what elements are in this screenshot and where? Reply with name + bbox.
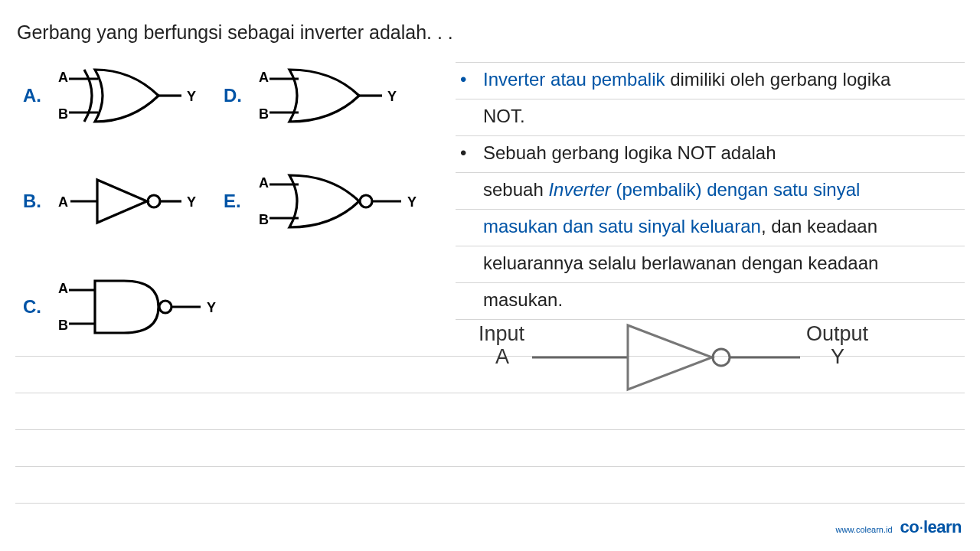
option-a-label: A. <box>23 85 46 106</box>
nor-gate-icon: A B Y <box>256 171 424 232</box>
footer: www.colearn.id co·learn <box>836 517 962 537</box>
svg-text:Y: Y <box>387 89 397 104</box>
option-a: A. A B Y <box>23 65 201 126</box>
option-e: E. A B Y <box>224 171 424 232</box>
svg-text:A: A <box>58 70 68 85</box>
svg-point-34 <box>713 349 730 366</box>
svg-text:A: A <box>259 175 269 191</box>
bullet-dot-icon: • <box>460 135 466 171</box>
bullet-1-line-2: NOT. <box>456 98 965 135</box>
bullet-2-line-2: sebuah Inverter (pembalik) dengan satu s… <box>456 171 965 208</box>
option-row-3: C. A B Y <box>23 272 452 341</box>
xor-gate-icon: A B Y <box>55 65 201 126</box>
option-c-label: C. <box>23 296 46 318</box>
or-gate-icon: A B Y <box>256 65 401 126</box>
not-gate-icon: A Y <box>55 171 201 232</box>
option-row-2: B. A Y E. A B Y <box>23 167 452 236</box>
svg-text:Y: Y <box>407 194 416 210</box>
option-b: B. A Y <box>23 171 201 232</box>
bullet-2-line-1: • Sebuah gerbang logika NOT adalah <box>456 135 965 171</box>
footer-url: www.colearn.id <box>836 525 893 534</box>
svg-text:A: A <box>58 194 68 210</box>
svg-text:Y: Y <box>207 300 216 315</box>
svg-text:Y: Y <box>831 345 844 368</box>
svg-point-28 <box>159 301 172 313</box>
option-b-label: B. <box>23 191 46 212</box>
svg-text:B: B <box>259 106 269 122</box>
option-row-1: A. A B Y D. A B Y <box>23 61 452 130</box>
svg-text:A: A <box>259 70 269 85</box>
svg-text:Input: Input <box>479 322 525 345</box>
nand-gate-icon: A B Y <box>55 276 224 337</box>
option-e-label: E. <box>224 191 247 212</box>
bullet-2-line-4: keluarannya selalu berlawanan dengan kea… <box>456 245 965 282</box>
option-d-label: D. <box>224 85 247 106</box>
explanation-panel: • Inverter atau pembalik dimiliki oleh g… <box>456 61 965 318</box>
brand-logo: co·learn <box>900 517 962 537</box>
not-gate-diagram: Input A Output Y <box>463 318 892 405</box>
question-text: Gerbang yang berfungsi sebagai inverter … <box>17 21 453 44</box>
svg-text:Output: Output <box>806 322 869 345</box>
svg-text:A: A <box>495 345 509 368</box>
svg-point-21 <box>360 195 372 207</box>
svg-text:B: B <box>58 106 68 122</box>
svg-text:B: B <box>58 318 68 333</box>
option-d: D. A B Y <box>224 65 401 126</box>
option-c: C. A B Y <box>23 276 224 337</box>
bullet-2-line-5: masukan. <box>456 282 965 318</box>
options-panel: A. A B Y D. A B Y <box>23 61 452 378</box>
svg-text:Y: Y <box>187 89 196 104</box>
bullet-dot-icon: • <box>460 61 466 98</box>
bullet-2-line-3: masukan dan satu sinyal keluaran, dan ke… <box>456 208 965 245</box>
bullet-1-line-1: • Inverter atau pembalik dimiliki oleh g… <box>456 61 965 98</box>
svg-text:Y: Y <box>187 194 196 210</box>
svg-text:A: A <box>58 281 68 296</box>
svg-text:B: B <box>259 212 269 227</box>
